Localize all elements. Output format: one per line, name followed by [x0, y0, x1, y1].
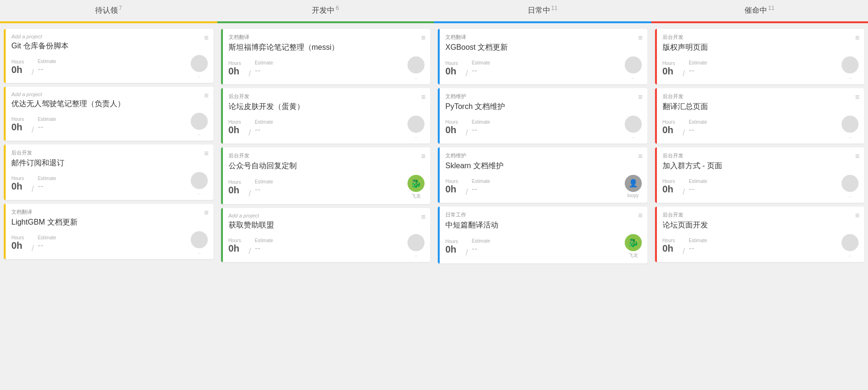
card-menu-button[interactable]: ≡: [204, 209, 208, 217]
card-menu-button[interactable]: ≡: [638, 93, 642, 101]
estimate-label: Estimate: [255, 60, 273, 65]
card-title: 论坛皮肤开发（蛋黄）: [229, 102, 425, 112]
task-card[interactable]: Add a project Git 仓库备份脚本 ≡ Hours 0h / Es…: [4, 29, 213, 83]
card-tag: 日常工作: [445, 211, 642, 218]
card-title: XGBoost 文档更新: [445, 43, 642, 53]
avatar-sub: ..: [632, 74, 635, 80]
hours-value: 0h: [445, 184, 458, 194]
card-menu-button[interactable]: ≡: [204, 91, 208, 100]
card-menu-button[interactable]: ≡: [855, 93, 859, 101]
column-richangzhong: 日常中11 文档翻译 XGBoost 文档更新 ≡ Hours 0h / Est…: [434, 0, 651, 265]
task-card[interactable]: Add a project 优达无人驾驶笔记整理（负责人） ≡ Hours 0h…: [4, 87, 213, 141]
task-card[interactable]: 文档翻译 XGBoost 文档更新 ≡ Hours 0h / Estimate …: [438, 29, 647, 84]
task-card[interactable]: 日常工作 中短篇翻译活动 ≡ Hours 0h / Estimate -- 🐉: [438, 207, 647, 263]
stat-separator: /: [248, 246, 251, 257]
card-inner: 文档翻译 XGBoost 文档更新 ≡ Hours 0h / Estimate …: [440, 29, 647, 84]
stat-separator: /: [248, 69, 251, 80]
avatar: [841, 56, 859, 73]
stat-separator: /: [466, 248, 468, 259]
task-card[interactable]: 后台开发 版权声明页面 ≡ Hours 0h / Estimate --: [655, 29, 865, 84]
estimate-stat: Estimate --: [689, 179, 707, 194]
avatar: [191, 172, 208, 189]
estimate-value: --: [38, 122, 56, 132]
card-inner: Add a project 优达无人驾驶笔记整理（负责人） ≡ Hours 0h…: [6, 87, 213, 141]
estimate-label: Estimate: [255, 179, 273, 184]
avatar: [407, 116, 425, 133]
hours-value: 0h: [11, 241, 24, 250]
card-tag: 文档维护: [445, 152, 642, 159]
estimate-stat: Estimate --: [472, 238, 490, 254]
avatar: [841, 175, 859, 192]
card-tag: 后台开发: [663, 152, 859, 159]
avatar-sub: ..: [849, 193, 851, 198]
estimate-value: --: [255, 244, 273, 254]
hours-stat: Hours 0h: [229, 238, 241, 253]
avatar-sub: ..: [198, 73, 201, 78]
column-count: 11: [551, 5, 558, 11]
card-tag: 后台开发: [11, 149, 208, 156]
card-menu-button[interactable]: ≡: [204, 34, 208, 42]
card-menu-button[interactable]: ≡: [638, 211, 642, 220]
card-menu-button[interactable]: ≡: [421, 34, 425, 42]
avatar-area: ..: [841, 116, 859, 139]
card-title: 论坛页面开发: [663, 220, 859, 230]
task-card[interactable]: 后台开发 公众号自动回复定制 ≡ Hours 0h / Estimate -- …: [221, 147, 431, 204]
task-card[interactable]: Add a project 获取赞助联盟 ≡ Hours 0h / Estima…: [221, 208, 431, 262]
task-card[interactable]: 文档翻译 斯坦福博弈论笔记整理（messi） ≡ Hours 0h / Esti…: [221, 29, 431, 84]
hours-value: 0h: [663, 66, 675, 76]
column-count: 11: [768, 5, 774, 11]
card-menu-button[interactable]: ≡: [638, 152, 642, 161]
column-header-cuiming: 催命中11: [651, 0, 868, 21]
avatar-area: ..: [191, 172, 208, 195]
hours-value: 0h: [445, 125, 458, 135]
avatar: [407, 56, 425, 73]
card-menu-button[interactable]: ≡: [421, 213, 425, 221]
column-label: 开发中: [312, 6, 335, 14]
column-cuiming: 催命中11 后台开发 版权声明页面 ≡ Hours 0h / Estimate …: [651, 0, 868, 265]
column-bar-dairu: [0, 21, 217, 23]
card-menu-button[interactable]: ≡: [855, 152, 859, 161]
estimate-value: --: [689, 244, 707, 254]
task-card[interactable]: 文档维护 PyTorch 文档维护 ≡ Hours 0h / Estimate …: [438, 88, 647, 144]
estimate-label: Estimate: [38, 59, 56, 64]
avatar: [625, 56, 642, 73]
card-title: Git 仓库备份脚本: [11, 41, 208, 51]
card-menu-button[interactable]: ≡: [855, 211, 859, 220]
hours-value: 0h: [663, 125, 675, 135]
estimate-value: --: [472, 244, 490, 254]
cards-container-dairu: Add a project Git 仓库备份脚本 ≡ Hours 0h / Es…: [0, 27, 217, 261]
estimate-stat: Estimate --: [472, 119, 490, 135]
card-menu-button[interactable]: ≡: [204, 149, 208, 158]
column-label: 日常中: [528, 6, 550, 14]
card-footer: Hours 0h / Estimate -- ..: [663, 56, 859, 80]
task-card[interactable]: 后台开发 论坛皮肤开发（蛋黄） ≡ Hours 0h / Estimate --: [221, 88, 431, 144]
task-card[interactable]: 文档翻译 LightGBM 文档更新 ≡ Hours 0h / Estimate…: [4, 204, 213, 259]
task-card[interactable]: 后台开发 加入群方式 - 页面 ≡ Hours 0h / Estimate --: [655, 147, 865, 203]
estimate-label: Estimate: [255, 238, 273, 243]
task-card[interactable]: 文档维护 Sklearn 文档维护 ≡ Hours 0h / Estimate …: [438, 147, 647, 203]
avatar: [191, 55, 208, 72]
hours-value: 0h: [229, 66, 241, 76]
task-card[interactable]: 后台开发 论坛页面开发 ≡ Hours 0h / Estimate --: [655, 207, 865, 262]
card-menu-button[interactable]: ≡: [421, 93, 425, 101]
estimate-value: --: [255, 66, 273, 76]
hours-label: Hours: [663, 119, 675, 125]
stat-separator: /: [466, 128, 468, 139]
card-tag: Add a project: [11, 34, 208, 39]
task-card[interactable]: 后台开发 翻译汇总页面 ≡ Hours 0h / Estimate --: [655, 88, 865, 144]
estimate-label: Estimate: [472, 119, 490, 125]
estimate-stat: Estimate --: [255, 238, 273, 254]
card-footer: Hours 0h / Estimate -- 🐉 飞龙: [229, 175, 425, 200]
card-menu-button[interactable]: ≡: [638, 34, 642, 42]
card-title: 版权声明页面: [663, 43, 859, 53]
avatar-area: ..: [407, 56, 425, 80]
column-header-richangzhong: 日常中11: [434, 0, 651, 21]
card-menu-button[interactable]: ≡: [421, 152, 425, 161]
avatar: 🐉: [407, 175, 425, 192]
card-tag: 后台开发: [229, 152, 425, 159]
card-inner: 后台开发 论坛皮肤开发（蛋黄） ≡ Hours 0h / Estimate --: [223, 88, 431, 144]
stat-separator: /: [682, 128, 685, 139]
card-menu-button[interactable]: ≡: [855, 34, 859, 42]
card-tag: 后台开发: [663, 211, 859, 218]
task-card[interactable]: 后台开发 邮件订阅和退订 ≡ Hours 0h / Estimate --: [4, 145, 213, 200]
